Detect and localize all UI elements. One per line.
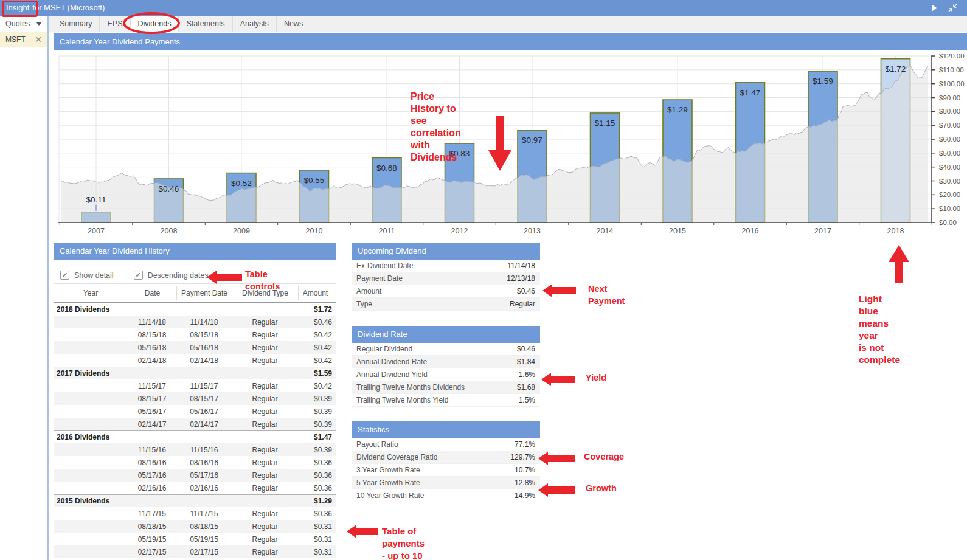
table-group-row: 2016 Dividends$1.47 <box>54 430 336 443</box>
panel-row-ex-dividend-date: Ex-Dividend Date11/14/18 <box>352 260 540 272</box>
svg-text:$0.97: $0.97 <box>522 136 542 145</box>
svg-text:2007: 2007 <box>88 227 105 235</box>
annotation-yield: Yield <box>586 372 606 384</box>
table-body: 2018 Dividends$1.7211/14/1811/14/18Regul… <box>54 303 336 558</box>
table-row: 02/16/1602/16/16Regular$0.36 <box>54 482 336 494</box>
chart-panel-title: Calendar Year Dividend Payments <box>54 33 967 50</box>
svg-text:2008: 2008 <box>161 227 178 235</box>
svg-text:2014: 2014 <box>597 227 614 235</box>
panel-row-5-year-growth-rate: 5 Year Growth Rate12.8% <box>352 477 540 489</box>
annotation-next-payment: Next Payment <box>588 283 625 307</box>
svg-text:2009: 2009 <box>233 227 250 235</box>
svg-text:2010: 2010 <box>306 227 323 235</box>
statistics-title: Statistics <box>352 421 540 438</box>
svg-text:$10.00: $10.00 <box>939 205 960 212</box>
sidebar: Quotes MSFT ✕ <box>0 16 49 560</box>
svg-text:2018: 2018 <box>887 227 904 235</box>
table-row: 05/19/1505/19/15Regular$0.31 <box>54 533 336 545</box>
svg-text:2012: 2012 <box>451 227 468 235</box>
tab-analysts[interactable]: Analysts <box>232 16 276 32</box>
svg-text:$0.52: $0.52 <box>231 179 252 188</box>
left-arrow-icon <box>547 455 575 462</box>
history-title-text: Calendar Year Dividend History <box>60 246 170 255</box>
svg-text:$70.00: $70.00 <box>939 122 960 129</box>
svg-text:$50.00: $50.00 <box>939 150 960 157</box>
svg-text:$0.46: $0.46 <box>159 184 179 193</box>
table-row: 05/16/1805/16/18Regular$0.42 <box>54 341 336 354</box>
tab-summary[interactable]: Summary <box>52 16 99 32</box>
svg-text:2017: 2017 <box>814 227 831 235</box>
quotes-label: Quotes <box>5 19 30 28</box>
insight-highlight-box <box>2 1 38 17</box>
expand-play-icon[interactable] <box>931 4 937 12</box>
svg-text:$110.00: $110.00 <box>939 66 964 74</box>
svg-text:$30.00: $30.00 <box>939 178 960 185</box>
panel-row-regular-dividend: Regular Dividend$0.46 <box>352 343 540 356</box>
statistics-panel: Statistics Payout Ratio77.1%Dividend Cov… <box>352 421 540 502</box>
svg-text:$20.00: $20.00 <box>939 191 960 198</box>
table-row: 05/16/1705/16/17Regular$0.39 <box>54 405 336 418</box>
dividend-chart-area: $120.00$110.00$100.00$90.00$80.00$70.00$… <box>54 50 967 241</box>
tab-statements[interactable]: Statements <box>178 16 232 32</box>
dividend-chart: $120.00$110.00$100.00$90.00$80.00$70.00$… <box>54 50 967 241</box>
left-arrow-icon <box>552 287 576 294</box>
svg-text:$1.47: $1.47 <box>740 88 761 97</box>
annotation-payments-table: Table of payments - up to 10 years <box>382 525 425 560</box>
svg-text:$1.29: $1.29 <box>667 105 688 114</box>
panel-row-trailing-twelve-months-yield: Trailing Twelve Months Yield1.5% <box>352 394 540 407</box>
left-arrow-icon <box>356 528 378 535</box>
panel-row-type: TypeRegular <box>352 298 540 311</box>
svg-text:$0.11: $0.11 <box>86 195 106 204</box>
panel-row-payout-ratio: Payout Ratio77.1% <box>352 438 540 451</box>
panel-row-3-year-growth-rate: 3 Year Growth Rate10.7% <box>352 464 540 477</box>
quotes-dropdown[interactable]: Quotes <box>0 16 47 32</box>
column-header-amount: Amount <box>298 286 336 300</box>
annotation-growth: Growth <box>586 482 617 494</box>
panel-row-amount: Amount$0.46 <box>352 285 540 298</box>
left-arrow-icon <box>216 274 242 281</box>
collapse-window-icon[interactable] <box>948 4 957 12</box>
svg-text:2015: 2015 <box>669 227 686 235</box>
close-icon[interactable]: ✕ <box>35 35 42 44</box>
svg-text:$40.00: $40.00 <box>939 164 960 171</box>
watchlist-item-msft[interactable]: MSFT ✕ <box>0 32 47 47</box>
annotation-table-controls: Table controls <box>245 268 280 292</box>
up-arrow-icon <box>895 261 903 283</box>
svg-text:$90.00: $90.00 <box>939 94 960 102</box>
table-row: 08/15/1708/15/17Regular$0.39 <box>54 392 336 405</box>
panel-row-10-year-growth-rate: 10 Year Growth Rate14.9% <box>352 489 540 502</box>
checkbox-descending-dates[interactable]: ✔ <box>134 271 143 280</box>
insight-window: Insightfor MSFT (Microsoft) Quotes MSFT … <box>0 0 967 560</box>
table-row: 11/15/1711/15/17Regular$0.42 <box>54 379 336 392</box>
symbol-label: MSFT <box>5 35 26 44</box>
table-group-row: 2017 Dividends$1.59 <box>54 367 336 379</box>
svg-text:$1.59: $1.59 <box>813 77 833 86</box>
svg-text:$0.55: $0.55 <box>304 176 325 185</box>
dividend-history-panel: Calendar Year Dividend History ✔Show det… <box>54 243 336 558</box>
dividend-rate-panel: Dividend Rate Regular Dividend$0.46Annua… <box>352 326 540 407</box>
panel-row-trailing-twelve-months-dividends: Trailing Twelve Months Dividends$1.68 <box>352 381 540 394</box>
table-row: 11/14/1811/14/18Regular$0.46 <box>54 316 336 328</box>
table-row: 08/15/1808/15/18Regular$0.42 <box>54 328 336 341</box>
table-row: 05/17/1605/17/16Regular$0.36 <box>54 469 336 482</box>
left-arrow-icon <box>550 376 575 383</box>
panel-row-dividend-coverage-ratio: Dividend Coverage Ratio129.7% <box>352 451 540 464</box>
svg-text:$100.00: $100.00 <box>939 80 965 88</box>
table-column-headers: YearDatePayment DateDividend TypeAmount <box>54 284 336 303</box>
svg-text:$80.00: $80.00 <box>939 108 960 115</box>
annotation-coverage: Coverage <box>584 451 624 463</box>
upcoming-dividend-panel: Upcoming Dividend Ex-Dividend Date11/14/… <box>352 243 540 311</box>
svg-text:$1.15: $1.15 <box>595 119 615 128</box>
checkbox-show-detail[interactable]: ✔ <box>60 271 69 280</box>
checkbox-label: Show detail <box>74 271 114 280</box>
panel-row-annual-dividend-rate: Annual Dividend Rate$1.84 <box>352 356 540 368</box>
column-header-payment-date: Payment Date <box>176 286 232 300</box>
tab-news[interactable]: News <box>276 16 310 32</box>
main-content: SummaryEPSDividendsStatementsAnalystsNew… <box>49 16 967 560</box>
dividend-rate-title: Dividend Rate <box>352 326 540 343</box>
table-group-row: 2018 Dividends$1.72 <box>54 303 336 316</box>
dividends-tab-circle <box>123 12 180 34</box>
panel-row-payment-date: Payment Date12/13/18 <box>352 272 540 285</box>
panel-row-annual-dividend-yield: Annual Dividend Yield1.6% <box>352 368 540 381</box>
column-header-date: Date <box>128 286 176 300</box>
